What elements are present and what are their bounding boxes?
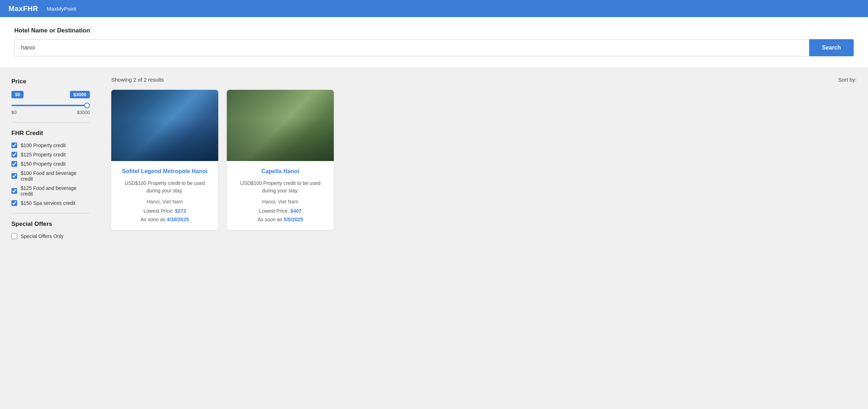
hotel-image: [111, 90, 218, 161]
hotel-cards: Sofitel Legend Metropole HanoiUSD$100 Pr…: [111, 90, 857, 230]
price-max-badge: $3000: [70, 91, 90, 98]
fhr-section-title: FHR Credit: [11, 130, 90, 137]
fhr-credit-item[interactable]: $150 Spa services credit: [11, 200, 90, 206]
search-area: Hotel Name or Destination Search: [0, 17, 868, 68]
special-offers-checkbox[interactable]: [11, 233, 17, 239]
fhr-credit-checkbox-4[interactable]: [11, 188, 17, 194]
hotel-card: Sofitel Legend Metropole HanoiUSD$100 Pr…: [111, 90, 218, 230]
price-badges: $0 $3000: [11, 91, 90, 98]
sidebar-divider-1: [11, 122, 90, 123]
fhr-credit-checkbox-0[interactable]: [11, 143, 17, 148]
fhr-credit-label-0: $100 Property credit: [21, 143, 66, 148]
search-label: Hotel Name or Destination: [14, 27, 854, 34]
search-row: Search: [14, 39, 854, 56]
price-section-title: Price: [11, 78, 90, 85]
hotel-price-row: Lowest Price: $407: [234, 208, 327, 214]
fhr-credit-checkbox-5[interactable]: [11, 200, 17, 206]
fhr-credit-label-4: $125 Food and beverage credit: [21, 185, 90, 197]
hotel-price-value: $407: [290, 208, 301, 214]
fhr-credit-label-1: $125 Property credit: [21, 152, 66, 157]
special-offers-label-text: Special Offers Only: [21, 233, 63, 239]
fhr-credit-checkbox-2[interactable]: [11, 161, 17, 167]
special-offers-title: Special Offers: [11, 221, 90, 228]
hotel-location: Hanoi, Viet Nam: [118, 199, 211, 204]
fhr-credit-item[interactable]: $100 Property credit: [11, 143, 90, 148]
hotel-name[interactable]: Capella Hanoi: [234, 167, 327, 175]
sidebar: Price $0 $3000 $0 $3000 FHR Credit $100 …: [0, 68, 100, 409]
hotel-name[interactable]: Sofitel Legend Metropole Hanoi: [118, 167, 211, 175]
search-button[interactable]: Search: [809, 39, 854, 56]
hotel-credit: USD$100 Property credit to be used durin…: [234, 180, 327, 195]
price-max-label: $3000: [77, 110, 90, 115]
hotel-card-body: Capella HanoiUSD$100 Property credit to …: [227, 161, 334, 230]
results-area: Showing 2 of 2 results Sort by: Sofitel …: [100, 68, 868, 409]
results-count: Showing 2 of 2 results: [111, 77, 164, 83]
nav-maxmypoint[interactable]: MaxMyPoint: [47, 6, 76, 12]
fhr-credit-item[interactable]: $125 Food and beverage credit: [11, 185, 90, 197]
fhr-credit-item[interactable]: $125 Property credit: [11, 152, 90, 157]
hotel-location: Hanoi, Viet Nam: [234, 199, 327, 204]
hotel-date-row: As soon as 5/5/2025: [234, 217, 327, 222]
sort-by-label: Sort by:: [838, 77, 857, 83]
hotel-card: Capella HanoiUSD$100 Property credit to …: [227, 90, 334, 230]
price-min-label: $0: [11, 110, 16, 115]
hotel-price-value: $273: [175, 208, 186, 214]
price-range-labels: $0 $3000: [11, 110, 90, 115]
hotel-date-row: As soon as 4/30/2025: [118, 217, 211, 222]
fhr-credit-checkbox-1[interactable]: [11, 152, 17, 157]
fhr-credit-list: $100 Property credit$125 Property credit…: [11, 143, 90, 206]
header: MaxFHR MaxMyPoint: [0, 0, 868, 17]
hotel-date-value: 5/5/2025: [284, 217, 303, 222]
hotel-price-row: Lowest Price: $273: [118, 208, 211, 214]
fhr-credit-label-5: $150 Spa services credit: [21, 200, 75, 206]
price-slider[interactable]: [11, 105, 90, 106]
results-header: Showing 2 of 2 results Sort by:: [111, 77, 857, 83]
search-input[interactable]: [14, 39, 809, 56]
logo: MaxFHR: [9, 5, 38, 13]
hotel-card-body: Sofitel Legend Metropole HanoiUSD$100 Pr…: [111, 161, 218, 230]
fhr-credit-label-2: $150 Property credit: [21, 161, 66, 167]
price-min-badge: $0: [11, 91, 24, 98]
main-content: Price $0 $3000 $0 $3000 FHR Credit $100 …: [0, 68, 868, 409]
sidebar-divider-2: [11, 213, 90, 213]
hotel-credit: USD$100 Property credit to be used durin…: [118, 180, 211, 195]
price-slider-container: [11, 101, 90, 108]
hotel-date-value: 4/30/2025: [167, 217, 189, 222]
special-offers-item[interactable]: Special Offers Only: [11, 233, 90, 239]
hotel-image: [227, 90, 334, 161]
fhr-credit-label-3: $100 Food and beverage credit: [21, 170, 90, 182]
fhr-credit-item[interactable]: $100 Food and beverage credit: [11, 170, 90, 182]
fhr-credit-item[interactable]: $150 Property credit: [11, 161, 90, 167]
fhr-credit-checkbox-3[interactable]: [11, 173, 17, 179]
